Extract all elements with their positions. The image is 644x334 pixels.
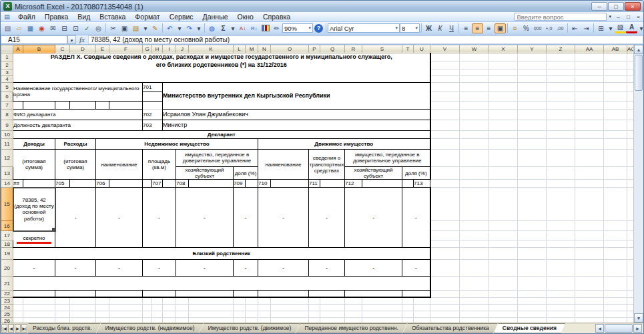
cell[interactable] — [518, 240, 547, 248]
cell[interactable] — [575, 248, 604, 260]
cell[interactable] — [547, 130, 575, 138]
row-header[interactable]: 26 — [1, 318, 13, 323]
section-title-line2[interactable]: его близких родственников (*) на 31/12/2… — [13, 61, 430, 69]
borders-dropdown-icon[interactable]: ▾ — [607, 23, 615, 33]
drawing-icon[interactable]: ✏ — [271, 23, 282, 33]
column-header[interactable]: R — [345, 45, 362, 53]
sheet-tab-svodnye-svedeniya[interactable]: Сводные сведения — [494, 323, 565, 333]
row-header[interactable]: 19 — [1, 248, 13, 260]
cell[interactable] — [547, 138, 575, 149]
column-header[interactable]: J — [176, 45, 189, 53]
cell[interactable] — [489, 277, 518, 291]
cell[interactable] — [604, 120, 627, 130]
question-input[interactable] — [515, 13, 607, 21]
org-value-cell[interactable]: Министерство внутренних дел Кыргызской Р… — [163, 82, 430, 109]
cell[interactable]: - — [309, 188, 345, 248]
cell[interactable] — [575, 166, 604, 179]
align-right-icon[interactable]: ≡ — [483, 23, 495, 33]
row-header[interactable]: 11 — [1, 138, 13, 149]
vertical-scrollbar[interactable]: ▲ ▼ — [633, 45, 643, 323]
cell[interactable] — [575, 304, 604, 311]
cell[interactable] — [547, 311, 575, 317]
column-header[interactable]: S — [362, 45, 402, 53]
font-name-combobox[interactable]: Arial Cyr ▾ — [328, 23, 400, 33]
cell[interactable] — [152, 297, 163, 304]
row-header[interactable]: 21 — [1, 277, 13, 291]
cell[interactable] — [518, 188, 547, 221]
print-icon[interactable]: ⊟ — [59, 23, 70, 33]
column-header[interactable]: AB — [604, 45, 627, 53]
cell[interactable] — [271, 180, 309, 188]
code-cell[interactable]: 706 — [96, 180, 109, 188]
column-header[interactable]: L — [234, 45, 246, 53]
help-icon[interactable]: ? — [313, 23, 324, 33]
org-name-label[interactable]: Наименование государственного/ муниципал… — [13, 82, 143, 101]
cell[interactable] — [604, 240, 627, 248]
row-header[interactable]: 6 — [1, 92, 13, 101]
cell[interactable] — [604, 188, 627, 221]
underline-icon[interactable]: Ч — [446, 23, 457, 33]
cell[interactable] — [489, 166, 518, 179]
cell[interactable] — [547, 260, 575, 277]
cell[interactable] — [362, 318, 402, 323]
cell[interactable] — [575, 291, 604, 297]
cell[interactable] — [109, 180, 143, 188]
menu-edit[interactable]: Правка — [40, 12, 73, 22]
cell[interactable] — [489, 149, 518, 166]
cell[interactable] — [23, 297, 55, 304]
cell[interactable] — [234, 304, 246, 311]
cell[interactable] — [460, 61, 489, 69]
cell[interactable] — [575, 69, 604, 75]
cell[interactable] — [258, 291, 309, 297]
row-header[interactable]: 3 — [1, 69, 13, 75]
cell[interactable] — [604, 149, 627, 166]
cell[interactable] — [575, 82, 604, 92]
cell[interactable] — [460, 277, 489, 291]
cell[interactable] — [143, 92, 163, 101]
cell[interactable] — [460, 69, 489, 75]
cell[interactable] — [460, 180, 489, 188]
cell[interactable]: - — [143, 260, 176, 277]
cell[interactable] — [13, 297, 23, 304]
horizontal-scroll-thumb[interactable] — [605, 324, 633, 333]
cell[interactable] — [518, 318, 547, 323]
vertical-scroll-thumb[interactable] — [635, 55, 643, 91]
cell[interactable] — [13, 318, 23, 323]
cell[interactable] — [604, 75, 627, 82]
cell[interactable] — [430, 221, 460, 231]
cell[interactable] — [70, 297, 96, 304]
immovable-entity-header[interactable]: хозяйствующий субъект — [176, 166, 234, 179]
first-sheet-icon[interactable]: |◀ — [1, 324, 7, 333]
row-header[interactable]: 23 — [1, 297, 13, 304]
cell[interactable] — [258, 297, 271, 304]
cell[interactable] — [575, 53, 604, 61]
row-header[interactable]: 7 — [1, 101, 13, 109]
cell[interactable] — [414, 318, 430, 323]
cell[interactable] — [109, 311, 143, 317]
redo-icon[interactable]: ↷ — [184, 23, 195, 33]
cell[interactable] — [604, 69, 627, 75]
cell[interactable] — [152, 318, 163, 323]
cell[interactable] — [362, 311, 402, 317]
cell[interactable] — [271, 297, 309, 304]
cell[interactable] — [176, 297, 189, 304]
cell[interactable] — [55, 297, 70, 304]
cell[interactable] — [604, 304, 627, 311]
code-cell[interactable]: 711 — [309, 180, 320, 188]
cell[interactable] — [604, 260, 627, 277]
cell[interactable] — [23, 180, 55, 188]
cell[interactable] — [70, 101, 96, 109]
cell[interactable] — [345, 318, 362, 323]
cell[interactable] — [489, 61, 518, 69]
new-icon[interactable]: ▤ — [2, 23, 13, 33]
cell[interactable] — [96, 291, 143, 297]
cell[interactable] — [518, 109, 547, 120]
cell[interactable] — [430, 92, 460, 101]
cell[interactable] — [604, 277, 627, 291]
cell[interactable] — [489, 188, 518, 221]
insert-function-icon[interactable]: fx — [76, 35, 88, 44]
cell[interactable] — [70, 180, 96, 188]
cell[interactable] — [460, 188, 489, 221]
column-header[interactable]: I — [163, 45, 176, 53]
row-header[interactable]: 2 — [1, 61, 13, 69]
